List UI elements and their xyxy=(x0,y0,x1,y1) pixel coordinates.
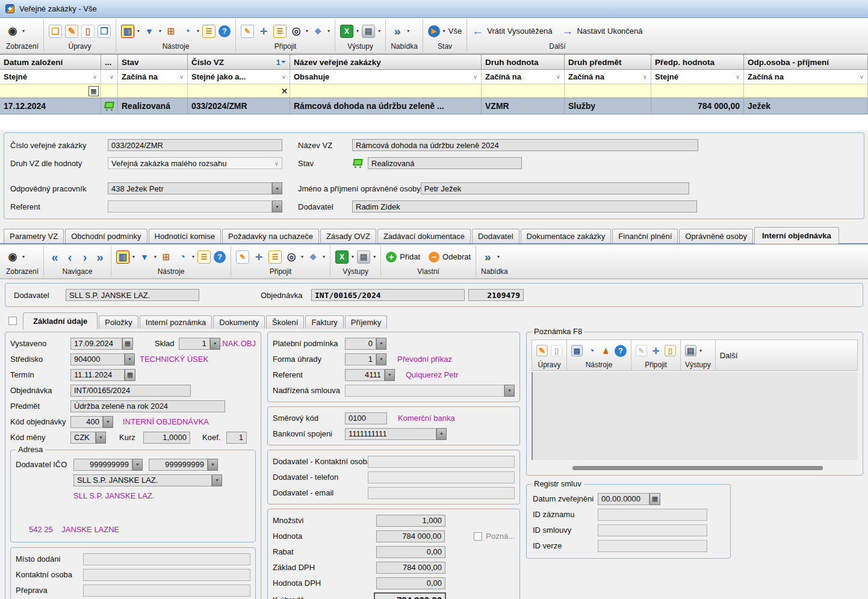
filter-input-druh-hodnota[interactable] xyxy=(482,84,565,98)
columns-setup-icon[interactable]: ▥ xyxy=(116,250,129,264)
checklist-icon[interactable]: ☰ xyxy=(268,250,282,264)
order-dodavatel-input[interactable]: SLL S.P. JANSKE LAZ. xyxy=(66,289,199,301)
column-header-druh-predmet[interactable]: Druh předmět xyxy=(565,55,651,70)
help-icon[interactable]: ? xyxy=(219,25,231,37)
caret-icon[interactable]: ▾ xyxy=(378,28,380,34)
caret-icon[interactable]: ▾ xyxy=(443,28,445,34)
caret-icon[interactable]: ▾ xyxy=(192,254,194,259)
filter-input-nazev[interactable] xyxy=(290,84,482,98)
row-cell-stav[interactable]: Realizovaná xyxy=(118,98,188,114)
menu-chevrons-icon[interactable]: » xyxy=(391,25,404,38)
bankovni-spojeni-input[interactable]: 1111111111 xyxy=(345,428,436,440)
caret-icon[interactable]: ▾ xyxy=(137,28,140,34)
jmeno-opravnene-osoby-input[interactable]: Petr Ježek xyxy=(421,182,689,194)
first-record-icon[interactable]: « xyxy=(49,250,61,264)
note-icon[interactable]: ✎ xyxy=(236,250,249,264)
sum-icon[interactable]: ⊞ xyxy=(164,25,178,38)
stredisko-input[interactable]: 904000 xyxy=(70,353,125,365)
history-icon[interactable]: ◔ xyxy=(176,250,189,264)
pyramid-icon[interactable]: ▲ xyxy=(600,345,612,356)
filter-operator-odp-osoba[interactable]: Začíná na∨ xyxy=(744,70,868,84)
lookup-button[interactable]: ▼ xyxy=(436,428,447,440)
excel-export-icon[interactable]: X xyxy=(335,250,349,264)
notebook-icon[interactable]: ▤ xyxy=(571,345,583,356)
lookup-button[interactable]: ▼ xyxy=(125,353,135,365)
dodavatel-email-input[interactable] xyxy=(368,487,515,499)
filter-operator-cislo[interactable]: Stejné jako a...∨ xyxy=(188,70,290,84)
poznamka-checkbox[interactable] xyxy=(474,532,482,541)
odebrat-button[interactable]: − Odebrat xyxy=(429,252,471,262)
caret-icon[interactable]: ▾ xyxy=(327,28,330,34)
view-icon[interactable]: ◉ xyxy=(6,250,19,264)
kontaktni-osoba-input[interactable] xyxy=(83,569,250,581)
caret-icon[interactable]: ▾ xyxy=(497,254,500,259)
kod-objednavky-input[interactable]: 400 xyxy=(70,416,103,428)
column-header-datum[interactable]: Datum založení xyxy=(0,55,101,70)
row-cell-datum[interactable]: 17.12.2024 xyxy=(0,98,101,114)
dodavatel-input[interactable]: Radim Zídek xyxy=(352,200,697,213)
lookup-button[interactable]: ▼ xyxy=(272,182,282,194)
referent-input[interactable] xyxy=(108,200,272,213)
filter-input-icon[interactable] xyxy=(101,84,118,98)
subtab-prijemky[interactable]: Příjemky xyxy=(345,315,388,329)
lookup-button[interactable]: ▼ xyxy=(376,353,386,365)
filter-operator-stav[interactable]: Začíná na∨ xyxy=(118,70,188,84)
help-icon[interactable]: ? xyxy=(615,345,627,357)
note-icon[interactable]: ✎ xyxy=(636,345,647,356)
caret-icon[interactable]: ▾ xyxy=(154,254,157,259)
filter-input-predp-hodnota[interactable] xyxy=(651,84,744,98)
filter-icon[interactable]: ▼ xyxy=(138,250,151,264)
tab-opravnene-osoby[interactable]: Oprávněné osoby xyxy=(679,229,753,243)
caret-icon[interactable]: ▾ xyxy=(373,254,376,259)
caret-icon[interactable]: ▾ xyxy=(22,28,25,34)
calendar-icon[interactable]: ▦ xyxy=(122,338,133,350)
view-icon[interactable]: ◉ xyxy=(6,25,19,38)
lookup-button[interactable]: ▼ xyxy=(210,338,220,350)
print-icon[interactable]: ▤ xyxy=(357,250,370,264)
print-icon[interactable]: ▤ xyxy=(362,25,375,38)
lookup-button[interactable]: ▼ xyxy=(208,459,218,471)
delete-record-icon[interactable]: ▯ xyxy=(81,25,95,38)
termin-input[interactable]: 11.11.2024 xyxy=(70,369,125,381)
kurz-input[interactable]: 1,0000 xyxy=(143,432,190,444)
dodavatel-telefon-input[interactable] xyxy=(368,471,515,483)
pin-icon[interactable]: ✛ xyxy=(650,345,662,356)
filter-input-cislo[interactable]: ✕ xyxy=(188,84,290,98)
date-picker-icon[interactable]: ▦ xyxy=(88,86,99,96)
forma-uhrady-input[interactable]: 1 xyxy=(345,353,376,365)
help-icon[interactable]: ? xyxy=(214,251,226,263)
cislo-vz-input[interactable]: 033/2024/ZMR xyxy=(108,139,282,151)
menu-chevrons-icon[interactable]: » xyxy=(481,250,494,264)
tab-zadavaci-dokumentace[interactable]: Zadávací dokumentace xyxy=(377,229,471,243)
subtab-checkbox[interactable] xyxy=(8,317,17,325)
columns-setup-icon[interactable]: ▥ xyxy=(121,25,134,38)
smerovy-kod-input[interactable]: 0100 xyxy=(345,412,387,424)
filter-operator-icon[interactable]: ∨ xyxy=(101,70,118,84)
filter-input-stav[interactable] xyxy=(118,84,188,98)
filter-operator-nazev[interactable]: Obsahuje∨ xyxy=(290,70,482,84)
druh-vz-select[interactable]: Veřejná zakázka malého rozsahu∨ xyxy=(108,157,282,169)
id-verze-input[interactable] xyxy=(598,540,707,552)
filter-operator-druh-hodnota[interactable]: Začíná na∨ xyxy=(482,70,565,84)
history-icon[interactable]: ◔ xyxy=(181,25,194,38)
column-header-icon[interactable]: ... xyxy=(101,55,118,70)
lookup-button[interactable]: ▼ xyxy=(103,416,113,428)
print-icon[interactable]: ▤ xyxy=(685,345,696,356)
stav-input[interactable]: Realizovaná xyxy=(368,157,522,169)
hodnota-dph-input[interactable]: 0,00 xyxy=(376,577,445,589)
calendar-icon[interactable]: ▦ xyxy=(649,493,660,505)
sklad-input[interactable]: 1 xyxy=(179,338,210,350)
id-smlouvy-input[interactable] xyxy=(598,524,707,536)
platebni-podminka-input[interactable]: 0 xyxy=(345,338,376,350)
row-cell-druh-hodnota[interactable]: VZMR xyxy=(482,98,565,114)
tab-obchodni-podminky[interactable]: Obchodní podmínky xyxy=(65,229,147,243)
lookup-button[interactable]: ▼ xyxy=(132,459,143,471)
filter-input-druh-predmet[interactable] xyxy=(565,84,651,98)
caret-icon[interactable]: ▾ xyxy=(699,348,702,353)
filter-operator-druh-predmet[interactable]: Začíná na∨ xyxy=(565,70,651,84)
history-icon[interactable]: ◔ xyxy=(586,345,597,356)
vratit-vysoutezena-button[interactable]: ← Vrátit Vysoutěžená xyxy=(472,25,552,38)
media-icon[interactable]: ◎ xyxy=(290,25,303,38)
delete-note-icon[interactable]: ▯ xyxy=(551,345,562,356)
note-icon[interactable]: ✎ xyxy=(241,25,254,38)
